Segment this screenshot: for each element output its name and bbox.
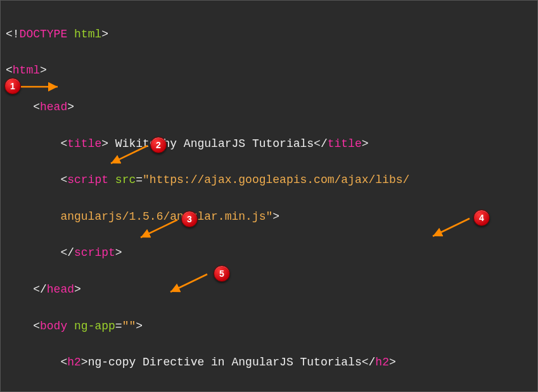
code-line: </script> — [6, 244, 532, 262]
code-screenshot: <!DOCTYPE html> <html> <head> <title> Wi… — [0, 0, 538, 392]
code-line: </head> — [6, 281, 532, 299]
annotation-badge-5: 5 — [214, 265, 230, 282]
code-line: <body ng-app=""> — [6, 317, 532, 336]
code-line: <title> Wikitechy AngularJS Tutorials</t… — [6, 135, 532, 153]
code-line: <h2>ng-copy Directive in AngularJS Tutor… — [6, 353, 532, 372]
code-line: <script src="https://ajax.googleapis.com… — [6, 171, 532, 189]
code-line: <head> — [6, 98, 532, 117]
annotation-badge-1: 1 — [4, 78, 21, 94]
code-line: angularjs/1.5.6/angular.min.js"> — [6, 208, 532, 226]
annotation-badge-3: 3 — [181, 211, 198, 227]
code-line: <html> — [6, 61, 532, 80]
annotation-badge-2: 2 — [150, 137, 167, 153]
code-block: <!DOCTYPE html> <html> <head> <title> Wi… — [6, 7, 532, 392]
code-line: <!DOCTYPE html> — [6, 25, 532, 44]
annotation-badge-4: 4 — [473, 210, 490, 226]
